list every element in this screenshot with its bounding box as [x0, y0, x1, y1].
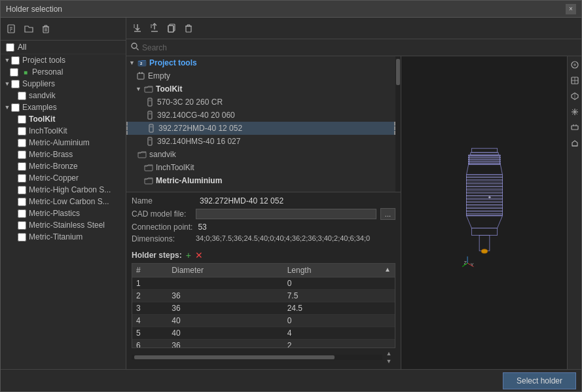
- side-icon-view4[interactable]: [569, 106, 581, 118]
- table-scroll-down[interactable]: ▼: [386, 357, 393, 365]
- delete-step-button[interactable]: ✕: [195, 250, 203, 260]
- cb-toolkit[interactable]: [18, 115, 26, 124]
- row4-num: 4: [132, 315, 168, 327]
- left-tree-item-suppliers[interactable]: ▼ Suppliers: [1, 78, 126, 90]
- rtree-item-empty[interactable]: Empty: [126, 69, 395, 82]
- side-icon-view6[interactable]: [569, 137, 581, 149]
- cb-personal[interactable]: [10, 68, 18, 77]
- left-tree-item-metric-copper[interactable]: Metric-Copper: [1, 172, 126, 184]
- table-row: 1 0: [132, 277, 395, 290]
- right-tree-scrollbar-thumb: [396, 59, 400, 85]
- right-btn3[interactable]: [164, 21, 179, 35]
- close-button[interactable]: ×: [566, 4, 576, 14]
- row1-diameter: [168, 277, 283, 290]
- left-tree-item-toolkit[interactable]: ToolKit: [1, 113, 126, 125]
- folder-button[interactable]: [22, 22, 36, 36]
- search-input[interactable]: [142, 43, 577, 52]
- svg-text:Z: Z: [464, 260, 467, 265]
- rtree-item-toolkit[interactable]: ▼ ToolKit: [126, 82, 395, 96]
- rtree-item-392-140hms[interactable]: 392.140HMS-40 16 027: [126, 135, 395, 148]
- detail-connection-value: 53: [198, 223, 395, 232]
- left-tree-item-sandvik[interactable]: sandvik: [1, 90, 126, 101]
- cb-metric-copper[interactable]: [18, 174, 26, 183]
- add-step-button[interactable]: +: [186, 250, 191, 260]
- left-tree-item-metric-low-carbon[interactable]: Metric-Low Carbon S...: [1, 196, 126, 207]
- cb-metric-bronze[interactable]: [18, 162, 26, 171]
- left-tree-label-metric-bronze: Metric-Bronze: [29, 162, 78, 171]
- side-icon-view5[interactable]: [569, 122, 581, 134]
- svg-rect-65: [466, 211, 502, 212]
- window-title: Holder selection: [6, 5, 62, 14]
- right-tree-scrollbar[interactable]: [395, 56, 401, 192]
- hscroll-thumb: [134, 355, 335, 359]
- right-tree-scroll[interactable]: ▼ 2 Project tools: [126, 56, 395, 192]
- svg-rect-45: [470, 152, 498, 155]
- left-tree-label-metric-plastics: Metric-Plastics: [29, 209, 80, 218]
- left-tree-item-metric-titanium[interactable]: Metric-Titanium: [1, 231, 126, 243]
- row2-num: 2: [132, 290, 168, 302]
- cb-sandvik[interactable]: [18, 92, 26, 100]
- cb-suppliers[interactable]: [11, 80, 20, 88]
- search-row: [126, 39, 581, 56]
- table-scroll-up[interactable]: ▲: [386, 349, 393, 357]
- right-btn2[interactable]: [147, 21, 162, 35]
- detail-cad-input[interactable]: [196, 209, 376, 219]
- row1-length: 0: [283, 277, 395, 290]
- rtree-item-392-140cg[interactable]: 392.140CG-40 20 060: [126, 109, 395, 122]
- delete-button[interactable]: [39, 22, 53, 36]
- cb-metric-plastics[interactable]: [18, 209, 26, 218]
- left-tree-item-metric-stainless[interactable]: Metric-Stainless Steel: [1, 219, 126, 231]
- row5-num: 5: [132, 327, 168, 340]
- left-tree-item-metric-brass[interactable]: Metric-Brass: [1, 149, 126, 160]
- cb-metric-low-carbon[interactable]: [18, 198, 26, 206]
- cb-metric-high-carbon[interactable]: [18, 186, 26, 194]
- left-tree-item-metric-plastics[interactable]: Metric-Plastics: [1, 207, 126, 219]
- side-icon-view2[interactable]: [569, 75, 581, 86]
- rtree-item-392-272hmd[interactable]: 392.272HMD-40 12 052: [126, 122, 395, 135]
- rtree-icon-392-272hmd: [146, 123, 156, 134]
- all-checkbox[interactable]: [6, 43, 14, 52]
- side-icon-view3[interactable]: [569, 90, 581, 102]
- cb-metric-brass[interactable]: [18, 151, 26, 159]
- arrow-metric-high-carbon: [10, 186, 18, 194]
- right-btn1[interactable]: [130, 21, 145, 35]
- col-scroll-up[interactable]: ▲: [384, 266, 391, 273]
- svg-rect-49: [468, 159, 500, 160]
- left-tree-item-personal[interactable]: ■ Personal: [1, 66, 126, 78]
- rtree-item-project-tools[interactable]: ▼ 2 Project tools: [126, 56, 395, 69]
- left-tree-item-metric-high-carbon[interactable]: Metric-High Carbon S...: [1, 184, 126, 196]
- rtree-label-392-140hms: 392.140HMS-40 16 027: [157, 137, 240, 146]
- detail-dimensions-label: Dimensions:: [132, 234, 191, 243]
- rtree-item-sandvik[interactable]: sandvik: [126, 148, 395, 161]
- rtree-item-570[interactable]: 570-3C 20 260 CR: [126, 96, 395, 109]
- rtree-label-toolkit: ToolKit: [156, 84, 182, 94]
- rtree-item-inchtoolkit[interactable]: InchToolKit: [126, 161, 395, 174]
- all-row[interactable]: All: [1, 41, 126, 54]
- left-tree-item-metric-aluminium[interactable]: Metric-Aluminium: [1, 137, 126, 149]
- svg-rect-20: [186, 26, 191, 32]
- side-icon-view1[interactable]: [569, 59, 581, 71]
- cb-metric-aluminium[interactable]: [18, 139, 26, 147]
- cb-examples[interactable]: [11, 103, 20, 112]
- detail-cad-row: CAD model file: ...: [132, 208, 395, 220]
- steps-table-container: # Diameter Length ▲: [132, 263, 395, 348]
- rtree-icon-392-140cg: [145, 110, 155, 120]
- cb-metric-stainless[interactable]: [18, 221, 26, 230]
- cb-project-tools[interactable]: [11, 56, 20, 65]
- svg-rect-34: [149, 99, 151, 101]
- svg-rect-56: [466, 183, 502, 184]
- cb-metric-titanium[interactable]: [18, 233, 26, 241]
- left-tree-item-inchtoolkit[interactable]: InchToolKit: [1, 125, 126, 137]
- select-holder-button[interactable]: Select holder: [503, 372, 576, 389]
- cad-browse-button[interactable]: ...: [380, 208, 395, 220]
- new-button[interactable]: [5, 22, 19, 36]
- left-tree-item-examples[interactable]: ▼ Examples: [1, 101, 126, 113]
- left-tree-label-metric-low-carbon: Metric-Low Carbon S...: [29, 197, 109, 206]
- rtree-item-metric-aluminium[interactable]: Metric-Aluminium: [126, 174, 395, 187]
- right-btn4[interactable]: [181, 21, 196, 35]
- left-tree-item-project-tools[interactable]: ▼ Project tools: [1, 54, 126, 66]
- row5-diameter: 40: [168, 327, 283, 340]
- hscroll-bar[interactable]: [132, 355, 382, 360]
- left-tree-item-metric-bronze[interactable]: Metric-Bronze: [1, 160, 126, 172]
- cb-inchtoolkit[interactable]: [18, 127, 26, 135]
